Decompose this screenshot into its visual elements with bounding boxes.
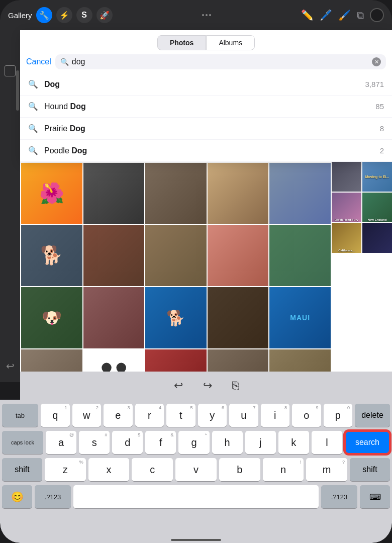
cancel-button[interactable]: Cancel <box>26 57 51 66</box>
brush-icon[interactable]: 🖌️ <box>338 9 351 21</box>
suggestion-dog[interactable]: 🔍 Dog 3,871 <box>20 73 392 96</box>
photo-cell-5[interactable] <box>269 163 331 224</box>
keyboard-dismiss-key[interactable]: ⌨ <box>360 485 390 508</box>
key-s[interactable]: # s <box>79 431 110 454</box>
photo-cell-dog3[interactable] <box>208 163 269 224</box>
key-a[interactable]: @ a <box>46 431 76 454</box>
key-n[interactable]: ! n <box>263 458 304 481</box>
clear-button[interactable]: ✕ <box>372 57 381 66</box>
album-cell-2[interactable]: Moving to El... <box>362 162 392 192</box>
left-shift-key[interactable]: shift <box>2 458 42 481</box>
album-cell-1[interactable] <box>332 162 361 192</box>
keyboard-middle-row: caps lock @ a # s $ d & f * g <box>2 431 390 454</box>
spacebar[interactable] <box>73 485 319 508</box>
key-i[interactable]: 8 i <box>261 404 290 427</box>
photo-cell-dog7[interactable] <box>208 225 269 287</box>
albums-tab[interactable]: Albums <box>206 35 255 50</box>
photo-cell-dog6[interactable] <box>145 225 207 287</box>
redo-button[interactable]: ↪ <box>199 375 216 396</box>
key-y[interactable]: 6 y <box>198 404 227 427</box>
suggestion-poodle-dog[interactable]: 🔍 Poodle Dog 2 <box>20 140 392 162</box>
dog-emoji-1: 🐕 <box>40 245 63 266</box>
key-g[interactable]: * g <box>178 431 209 454</box>
key-m[interactable]: ? m <box>306 458 347 481</box>
key-q[interactable]: 1 q <box>41 404 70 427</box>
main-content: Photos Albums Cancel 🔍 ✕ 🔍 Dog 3,871 <box>20 30 392 400</box>
delete-key[interactable]: delete <box>355 404 390 427</box>
photo-cell-dog2[interactable] <box>145 163 207 224</box>
key-d[interactable]: $ d <box>112 431 143 454</box>
photo-cell-dark-dog[interactable] <box>208 287 269 348</box>
keyboard-bottom-row: shift % z x c v b ! n ? <box>2 458 390 481</box>
undo-button[interactable]: ↩ <box>170 375 187 396</box>
album-label-moving: Moving to El... <box>365 175 389 178</box>
key-v[interactable]: v <box>175 458 217 481</box>
search-input[interactable] <box>72 57 369 66</box>
wrench-icon[interactable]: 🔧 <box>36 7 52 23</box>
rocket-icon[interactable]: 🚀 <box>96 7 113 23</box>
num-key-right[interactable]: .?123 <box>321 485 357 508</box>
album-label-ca: California... <box>338 249 355 252</box>
photo-cell-flower[interactable]: 🌺 <box>21 163 82 224</box>
photo-cell-dog10[interactable] <box>83 287 145 348</box>
album-cell-6[interactable] <box>362 223 392 253</box>
photo-cell-dog8[interactable] <box>269 225 331 287</box>
photo-cell-blue-jacket[interactable]: 🐕 <box>145 287 207 348</box>
key-k[interactable]: k <box>278 431 309 454</box>
sidebar-square-btn[interactable] <box>5 65 16 76</box>
album-mini-grid: Moving to El... Block Head Fury New Engl… <box>332 162 392 253</box>
lightning-icon[interactable]: ⚡ <box>56 7 72 23</box>
key-f[interactable]: & f <box>145 431 176 454</box>
key-h[interactable]: h <box>212 431 243 454</box>
suggestion-prairie-dog-count: 8 <box>380 124 384 133</box>
key-j[interactable]: j <box>245 431 276 454</box>
key-r[interactable]: 4 r <box>135 404 164 427</box>
album-cell-4[interactable]: New England <box>362 193 392 222</box>
key-t[interactable]: 5 t <box>166 404 195 427</box>
key-b[interactable]: b <box>219 458 260 481</box>
top-bar: Gallery 🔧 ⚡ S 🚀 ✏️ 🖊️ 🖌️ ⧉ <box>0 0 392 30</box>
pen-icon[interactable]: ✏️ <box>301 9 314 21</box>
key-p[interactable]: 0 p <box>324 404 353 427</box>
photo-cell-dog1[interactable] <box>83 163 145 224</box>
suggestion-prairie-dog-text: Prairie Dog <box>44 124 380 133</box>
photos-tab[interactable]: Photos <box>157 35 206 50</box>
tab-key[interactable]: tab <box>2 404 38 427</box>
album-cell-3[interactable]: Block Head Fury <box>332 193 361 222</box>
emoji-key[interactable]: 😊 <box>2 485 32 508</box>
layers-icon[interactable]: ⧉ <box>357 10 364 21</box>
photo-cell-dog4[interactable]: 🐕 <box>21 225 82 287</box>
key-c[interactable]: c <box>132 458 173 481</box>
suggestion-prairie-dog[interactable]: 🔍 Prairie Dog 8 <box>20 118 392 140</box>
key-w[interactable]: 2 w <box>72 404 102 427</box>
suggestion-search-icon-2: 🔍 <box>28 102 38 111</box>
key-u[interactable]: 7 u <box>229 404 258 427</box>
key-l[interactable]: l <box>312 431 342 454</box>
suggestion-dog-text: Dog <box>44 80 365 89</box>
undo-icon[interactable]: ↩ <box>6 360 15 372</box>
suggestion-hound-dog[interactable]: 🔍 Hound Dog 85 <box>20 96 392 118</box>
s-icon[interactable]: S <box>76 7 92 23</box>
photo-cell-dog9[interactable]: 🐶 <box>21 287 82 348</box>
caps-lock-key[interactable]: caps lock <box>2 431 43 454</box>
key-e[interactable]: 3 e <box>104 404 133 427</box>
search-input-wrap: 🔍 ✕ <box>55 54 386 69</box>
suggestion-poodle-dog-text: Poodle Dog <box>44 146 380 155</box>
camera-circle <box>370 8 384 22</box>
photo-cell-maui[interactable]: MAUI <box>269 287 331 348</box>
bottom-toolbar: ↩ ↪ ⎘ <box>20 372 392 400</box>
device-frame: Gallery 🔧 ⚡ S 🚀 ✏️ 🖊️ 🖌️ ⧉ ↩ Photos <box>0 0 392 543</box>
dog-emoji-2: 🐶 <box>42 308 62 327</box>
num-key-left[interactable]: .?123 <box>35 485 71 508</box>
key-z[interactable]: % z <box>45 458 86 481</box>
key-o[interactable]: 9 o <box>292 404 321 427</box>
album-cell-5[interactable]: California... <box>332 223 361 253</box>
album-label-england: New England <box>368 218 387 221</box>
key-x[interactable]: x <box>88 458 130 481</box>
search-key[interactable]: search <box>345 431 390 454</box>
nib-icon[interactable]: 🖊️ <box>320 9 332 21</box>
paste-button[interactable]: ⎘ <box>228 375 243 396</box>
right-shift-key[interactable]: shift <box>350 458 390 481</box>
photo-cell-dog5[interactable] <box>83 225 145 287</box>
caps-label: caps lock <box>11 439 34 445</box>
